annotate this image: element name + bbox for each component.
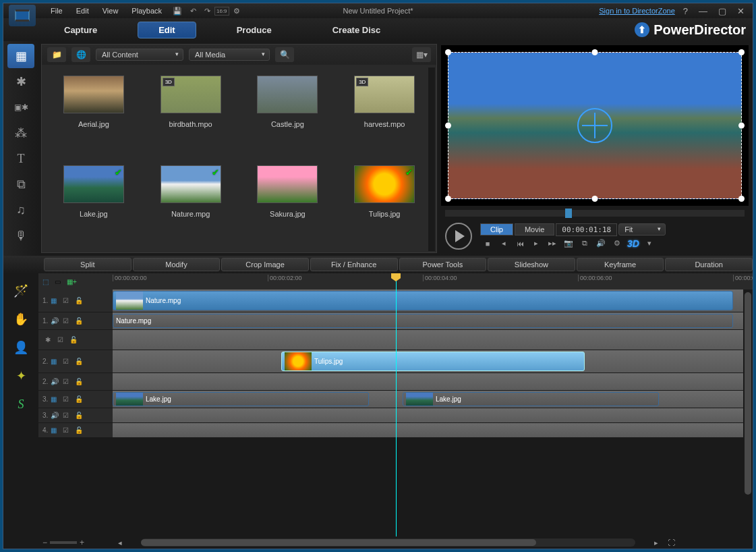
hscroll-left-icon[interactable]: ◂ (113, 536, 127, 549)
dual-preview-icon[interactable]: ⧉ (577, 238, 592, 250)
track-visible-icon[interactable] (63, 378, 72, 385)
track-header[interactable]: 3. (38, 408, 113, 422)
pip-room-icon[interactable]: ▣✱ (7, 95, 34, 119)
media-room-icon[interactable]: ▦ (7, 44, 34, 68)
download-icon[interactable]: 🌐 (71, 47, 90, 62)
preview-image[interactable] (448, 52, 742, 199)
particle-room-icon[interactable]: ⁂ (7, 121, 34, 145)
track-visible-icon[interactable] (63, 412, 72, 419)
next-frame-icon[interactable]: ▸ (529, 238, 544, 250)
snapshot-icon[interactable]: 📷 (561, 238, 576, 250)
tool-fix-enhance[interactable]: Fix / Enhance (310, 258, 398, 271)
track-type-icon[interactable] (51, 378, 60, 385)
zoom-in-icon[interactable]: + (80, 538, 84, 547)
media-item[interactable]: ✔Lake.jpg (49, 165, 139, 242)
media-thumbnail[interactable] (63, 76, 124, 113)
tool-keyframe[interactable]: Keyframe (577, 258, 664, 271)
volume-icon[interactable]: 🔊 (593, 238, 608, 250)
track-lock-icon[interactable] (75, 395, 84, 403)
media-item[interactable]: 3Dharvest.mpo (339, 76, 430, 152)
media-item[interactable]: ✔Nature.mpg (146, 165, 236, 242)
add-track-icon[interactable]: ▦+ (67, 278, 76, 285)
track-view-icon[interactable]: ⬚ (42, 278, 52, 285)
media-thumbnail[interactable]: ✔ (354, 165, 415, 203)
menu-view[interactable]: View (96, 7, 125, 15)
track-header[interactable]: 1. (38, 312, 113, 329)
prev-frame-icon[interactable]: ◂ (496, 238, 511, 250)
track-lock-icon[interactable] (75, 317, 84, 325)
track-type-icon[interactable] (51, 317, 60, 325)
timeline-clip[interactable]: Tulips.jpg (281, 352, 585, 371)
chapter-icon[interactable]: 👤 (7, 335, 34, 360)
media-thumbnail[interactable] (257, 76, 318, 113)
tab-capture[interactable]: Capture (44, 22, 117, 38)
zoom-fit-dropdown[interactable]: Fit (618, 223, 666, 236)
fit-timeline-icon[interactable]: ⛶ (664, 536, 678, 549)
3d-dropdown-icon[interactable]: ▾ (642, 238, 657, 250)
undo-icon[interactable]: ↶ (186, 7, 200, 16)
track-type-icon[interactable] (51, 297, 60, 304)
quality-icon[interactable]: ⚙ (610, 238, 624, 250)
track-type-icon[interactable] (51, 426, 60, 434)
zoom-slider[interactable] (50, 541, 77, 544)
track-body[interactable] (113, 330, 753, 350)
tool-crop-image[interactable]: Crop Image (221, 258, 309, 271)
voiceover-room-icon[interactable]: 🎙 (7, 223, 34, 248)
effect-room-icon[interactable]: ✱ (7, 70, 34, 94)
hscroll-right-icon[interactable]: ▸ (649, 536, 664, 549)
media-item[interactable]: Castle.jpg (243, 76, 333, 152)
track-type-icon[interactable] (51, 395, 60, 403)
import-folder-icon[interactable]: 📁 (47, 47, 66, 62)
menu-playback[interactable]: Playback (125, 7, 169, 15)
audio-room-icon[interactable]: ♫ (7, 198, 34, 222)
3d-toggle[interactable]: 3D (626, 238, 641, 250)
timeline-clip[interactable]: Lake.jpg (403, 392, 659, 406)
media-filter-dropdown[interactable]: All Media (189, 49, 270, 61)
tool-slideshow[interactable]: Slideshow (488, 258, 575, 271)
track-body[interactable] (113, 408, 753, 422)
help-icon[interactable]: ? (680, 6, 691, 16)
track-header[interactable]: 2. (38, 350, 113, 372)
timecode-display[interactable]: 00:00:01:18 (556, 223, 617, 236)
track-body[interactable]: Lake.jpgLake.jpg (113, 391, 753, 408)
track-type-icon[interactable] (51, 358, 60, 365)
tab-create-disc[interactable]: Create Disc (312, 22, 401, 38)
track-header[interactable]: 1. (38, 289, 113, 312)
tab-produce[interactable]: Produce (216, 22, 292, 38)
aspect-ratio-selector[interactable]: 16:9 (214, 7, 229, 16)
zoom-out-icon[interactable]: − (42, 538, 47, 547)
timeline-clip[interactable]: Lake.jpg (113, 392, 369, 406)
transition-room-icon[interactable]: ⧉ (7, 172, 34, 196)
play-button[interactable] (445, 223, 472, 250)
tab-edit[interactable]: Edit (138, 22, 196, 38)
redo-icon[interactable]: ↷ (200, 7, 214, 16)
track-body[interactable] (113, 373, 753, 390)
track-body[interactable]: Tulips.jpg (113, 350, 753, 372)
track-lock-icon[interactable] (69, 336, 79, 343)
track-type-icon[interactable] (51, 412, 60, 419)
save-icon[interactable]: 💾 (169, 7, 186, 16)
movie-mode-button[interactable]: Movie (515, 223, 554, 236)
track-header[interactable] (38, 330, 113, 350)
track-visible-icon[interactable] (63, 317, 72, 325)
media-thumbnail[interactable]: ✔ (63, 165, 124, 203)
tool-power-tools[interactable]: Power Tools (399, 258, 487, 271)
track-header[interactable]: 2. (38, 373, 113, 390)
timeline-clip[interactable]: Nature.mpg (113, 291, 733, 310)
media-item[interactable]: ✔Tulips.jpg (339, 165, 430, 242)
menu-edit[interactable]: Edit (69, 7, 96, 15)
track-visible-icon[interactable] (57, 336, 67, 343)
media-item[interactable]: Sakura.jpg (243, 165, 333, 242)
timeline-vscrollbar[interactable] (743, 289, 753, 536)
media-item[interactable]: 3Dbirdbath.mpo (146, 76, 236, 152)
media-thumbnail[interactable]: 3D (354, 76, 415, 113)
maximize-icon[interactable]: ▢ (716, 6, 729, 16)
time-ruler[interactable]: 00:00:00:0000:00:02:0000:00:04:0000:00:0… (113, 273, 753, 289)
media-scrollbar[interactable] (428, 67, 435, 251)
view-mode-icon[interactable]: ▦▾ (412, 47, 431, 62)
close-icon[interactable]: ✕ (734, 6, 747, 16)
timeline-clip[interactable]: Nature.mpg (113, 314, 733, 328)
signin-link[interactable]: Sign in to DirectorZone (599, 7, 675, 15)
media-thumbnail[interactable]: 3D (161, 76, 221, 113)
track-body[interactable] (113, 423, 753, 437)
